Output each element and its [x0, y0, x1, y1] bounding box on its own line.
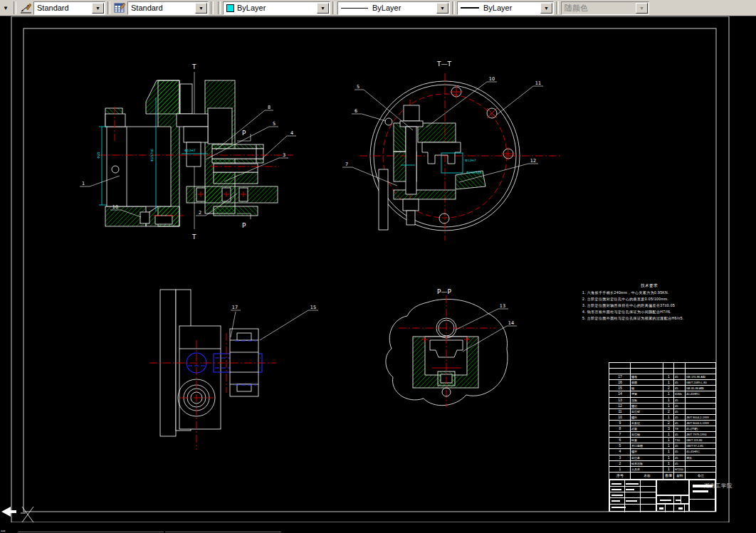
table-style-combo[interactable]: Standard ▼: [127, 1, 209, 15]
view-side: 17 15: [149, 290, 318, 450]
plot-style-dropdown-arrow: ▼: [636, 3, 648, 14]
color-dropdown-arrow[interactable]: ▼: [317, 3, 329, 14]
ucs-icon: [21, 507, 33, 522]
table-cell: 11: [609, 409, 631, 414]
dim-style-combo[interactable]: Standard ▼: [33, 1, 105, 15]
color-control-combo[interactable]: ByLayer ▼: [223, 1, 330, 15]
view-tt-title: T—T: [436, 60, 451, 68]
table-cell: 1: [663, 432, 674, 437]
table-cell: 螺栓: [631, 415, 663, 420]
lineweight-sample-icon: [461, 7, 479, 9]
table-cell: [686, 467, 715, 472]
part-label: 17: [232, 305, 238, 310]
dim-style-dropdown-arrow[interactable]: ▼: [92, 3, 104, 14]
part-label: 13: [500, 303, 505, 309]
toolbar-separator: [107, 1, 110, 14]
dim-text-flange: Φ157h6: [150, 149, 154, 162]
table-cell: 65Mn: [674, 391, 686, 396]
lineweight-control-value: ByLayer: [483, 4, 512, 12]
table-cell: 定位盘: [631, 455, 663, 460]
hub-end-cap: [105, 114, 125, 127]
table-cell: 17: [609, 374, 631, 379]
table-row: 14弹簧165Mn40-45HRC: [609, 391, 715, 397]
dimension-left-diameter: Φ25: [97, 127, 107, 205]
toolbar-separator: [452, 1, 455, 14]
table-cell: 夹具体: [631, 467, 663, 472]
section-mark-t-bottom: T: [191, 233, 196, 241]
cursor-arrow: [1, 507, 16, 517]
table-cell: 9: [609, 421, 631, 426]
table-cell: 45: [674, 461, 686, 466]
bracket-body: [179, 326, 221, 429]
table-cell: 螺钉: [631, 403, 663, 408]
table-cell: 1: [663, 374, 674, 379]
linetype-dropdown-arrow[interactable]: ▼: [436, 3, 448, 14]
table-cell: 定位键: [631, 409, 663, 414]
plot-style-value: 随颜色: [565, 3, 588, 14]
table-cell: 1: [663, 443, 674, 448]
table-cell: GB/T 97.2-85: [686, 443, 715, 448]
table-row: 10螺栓145JB/T 8004.2-1999: [609, 415, 715, 421]
table-cell: 16: [609, 380, 631, 385]
table-cell: 40-45HRC: [686, 449, 715, 454]
table-row: [609, 363, 715, 369]
table-cell: 45: [674, 415, 686, 420]
toolbar-overflow-arrow[interactable]: ▼: [0, 1, 11, 14]
table-cell: 10: [609, 415, 631, 420]
table-cell: [686, 369, 715, 374]
hatched-hub-cap-bottom: [105, 206, 146, 226]
dim-text-tt-2: Φ25H7/f6: [466, 171, 482, 174]
technical-requirements: 技术要求 1. 六角扳手手柄长240mm，中心夹紧力为0.95KN.2. 台阶定…: [582, 283, 716, 322]
table-style-dropdown-arrow[interactable]: ▼: [195, 3, 207, 14]
panel-edge: [18, 532, 164, 532]
dim-text-left: Φ25: [97, 152, 100, 158]
table-cell: 1: [663, 438, 674, 443]
toolbar-separator: [218, 1, 221, 14]
lineweight-dropdown-arrow[interactable]: ▼: [540, 3, 552, 14]
part-label: 2: [199, 210, 201, 216]
table-cell: GB 65-86 A型: [686, 386, 715, 391]
tech-note-line: 1. 六角扳手手柄长240mm，中心夹紧力为0.95KN.: [582, 290, 716, 296]
table-cell: JB/T 8044.1-1999: [686, 421, 715, 426]
linetype-control-combo[interactable]: ByLayer ▼: [337, 1, 450, 15]
table-cell: JB/T 8004.2-1999: [686, 415, 715, 420]
table-cell: 45: [674, 455, 686, 460]
table-cell: JB/T 7979-1994: [686, 432, 715, 437]
table-row: 8衬套3T845-(淬硬): [609, 426, 715, 432]
table-cell: [663, 363, 674, 368]
tech-note-line: 3. 台阶定位面对轴且保持在中心的距离偏差在37±0.05: [582, 302, 716, 309]
table-cell: 垫圈: [631, 380, 663, 385]
part-label: 10: [489, 76, 495, 82]
table-cell: 45: [674, 374, 686, 379]
tech-note-line: 4. 钩形压板外圆柱与定位孔保证为小间隙配合H7/f6.: [582, 309, 716, 315]
hatched-barrel-bottom: [212, 159, 263, 163]
table-cell: 45: [674, 409, 686, 414]
section-mark-p-bottom: P: [242, 222, 246, 229]
sheet-cells: [656, 504, 689, 512]
table-style-value: Standard: [131, 4, 163, 12]
table-cell: 6: [609, 438, 631, 443]
tech-note-line: 2. 台阶定位面对定位孔中心的垂直度0.05/100mm.: [582, 296, 716, 302]
table-cell: [674, 363, 686, 368]
command-area-edge: ▪▪▪: [0, 522, 756, 533]
table-cell: 2: [609, 461, 631, 466]
table-row: 2钩形压板145: [609, 461, 715, 467]
table-cell: 钩形压板: [631, 461, 663, 466]
lineweight-control-combo[interactable]: ByLayer ▼: [457, 1, 554, 15]
table-cell: [663, 369, 674, 374]
table-cell: [686, 403, 715, 408]
table-cell: GB/T 2089-L-80: [686, 380, 715, 385]
parts-list-table: 17螺母145GB 170-86 A型16垫圈145GB/T 2089-L-80…: [609, 362, 716, 473]
part-label: 5: [273, 121, 275, 127]
dim-style-value: Standard: [37, 4, 69, 12]
scale-cells: [656, 495, 689, 504]
part-label: 11: [535, 80, 541, 86]
table-cell: 钻套: [631, 438, 663, 443]
table-cell: 数量: [663, 473, 674, 479]
table-cell: 15: [609, 386, 631, 391]
table-cell: HT200: [674, 467, 686, 472]
table-cell: 螺杆: [631, 449, 663, 454]
part-label: 15: [310, 305, 316, 310]
table-cell: 45: [674, 421, 686, 426]
table-cell: 1: [663, 467, 674, 472]
